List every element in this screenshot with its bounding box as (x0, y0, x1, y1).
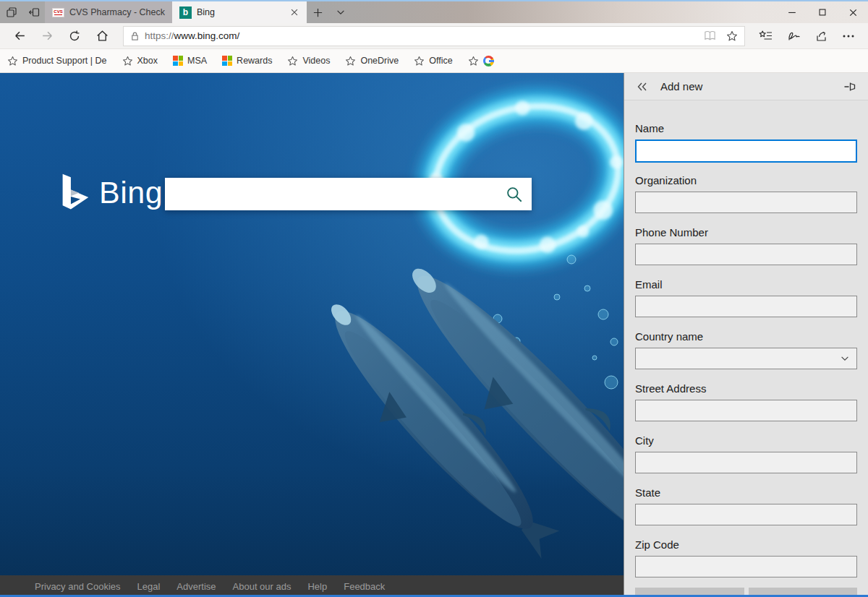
set-tabs-aside-icon (28, 7, 40, 18)
minimize-button[interactable] (777, 1, 807, 23)
footer-link-feedback[interactable]: Feedback (344, 581, 385, 592)
footer-link-legal[interactable]: Legal (137, 581, 161, 592)
tab-bar: CVS CVS Pharmacy - Checkout b Bing (0, 0, 868, 23)
star-icon (122, 56, 133, 66)
tab-title: Bing (197, 7, 284, 17)
street-address-input[interactable] (635, 400, 857, 421)
microsoft-logo-icon (222, 56, 232, 66)
bing-logo-text: Bing (99, 175, 163, 210)
hub-favorites-icon (759, 30, 773, 43)
url-host: www.bing.com/ (174, 30, 240, 41)
browser-window: CVS CVS Pharmacy - Checkout b Bing (0, 0, 868, 597)
favorite-msa[interactable]: MSA (173, 56, 207, 66)
refresh-icon (68, 30, 81, 43)
field-label: Organization (635, 174, 857, 186)
bing-footer: Privacy and Cookies Legal Advertise Abou… (0, 575, 624, 597)
bing-logo-icon (61, 172, 90, 212)
reading-view-icon (704, 30, 716, 41)
navigation-bar: https:// www.bing.com/ (0, 23, 868, 49)
tab-preview-icon (6, 7, 17, 18)
footer-link-about-ads[interactable]: About our ads (233, 581, 292, 592)
favorite-label: Office (429, 56, 452, 66)
star-icon (414, 56, 425, 66)
tab-close-button[interactable] (289, 7, 299, 17)
favorite-product-support[interactable]: Product Support | De (7, 56, 107, 66)
tab-bing[interactable]: b Bing (172, 1, 307, 23)
field-label: Street Address (635, 382, 857, 395)
double-chevron-left-icon (637, 82, 648, 92)
favorite-videos[interactable]: Videos (287, 56, 330, 66)
zip-code-input[interactable] (635, 556, 857, 577)
url-scheme: https:// (145, 30, 174, 41)
field-state: State (635, 486, 857, 525)
search-input[interactable] (165, 178, 497, 210)
favorite-label: Product Support | De (22, 56, 107, 66)
forward-button[interactable] (35, 25, 59, 47)
country-select[interactable] (635, 348, 857, 369)
address-bar[interactable]: https:// www.bing.com/ (123, 26, 745, 46)
ellipsis-icon (842, 34, 855, 38)
favorite-onedrive[interactable]: OneDrive (345, 56, 399, 66)
reading-view-button[interactable] (704, 30, 716, 41)
field-label: Email (635, 278, 857, 291)
favorite-label: MSA (187, 56, 207, 66)
set-tabs-aside-button[interactable] (22, 1, 45, 23)
pin-icon (843, 81, 856, 93)
add-new-panel: Add new Name Organization Phone Num (624, 73, 868, 597)
field-label: State (635, 486, 857, 499)
field-label: Name (635, 122, 857, 134)
close-icon (848, 7, 859, 18)
phone-number-input[interactable] (635, 244, 857, 265)
bing-favicon: b (179, 7, 192, 19)
share-icon (814, 30, 828, 43)
bing-search-box (165, 178, 532, 210)
cvs-favicon: CVS (52, 8, 64, 17)
name-input[interactable] (635, 139, 857, 163)
chevron-down-icon (336, 7, 346, 17)
search-icon (505, 185, 524, 204)
city-input[interactable] (635, 452, 857, 473)
pin-panel-button[interactable] (843, 81, 856, 93)
search-button[interactable] (497, 178, 532, 210)
state-input[interactable] (635, 504, 857, 525)
web-note-button[interactable] (781, 25, 806, 47)
favorite-rewards[interactable]: Rewards (222, 56, 272, 66)
favorite-office[interactable]: Office (414, 56, 452, 66)
star-icon (726, 30, 738, 42)
maximize-button[interactable] (807, 1, 838, 23)
field-country: Country name (635, 330, 857, 369)
add-favorite-button[interactable] (726, 30, 738, 42)
minimize-icon (787, 7, 797, 17)
favorite-xbox[interactable]: Xbox (122, 56, 158, 66)
window-top-border (0, 0, 868, 1)
tab-preview-toggle[interactable] (329, 1, 352, 23)
favorite-google[interactable] (468, 56, 494, 66)
home-button[interactable] (90, 25, 114, 47)
share-button[interactable] (809, 25, 833, 47)
favorite-label: Xbox (137, 56, 158, 66)
back-button[interactable] (7, 25, 32, 47)
back-button[interactable] (637, 82, 648, 92)
footer-link-advertise[interactable]: Advertise (176, 581, 216, 592)
tab-cvs-pharmacy[interactable]: CVS CVS Pharmacy - Checkout (45, 1, 172, 23)
refresh-button[interactable] (62, 25, 87, 47)
close-window-button[interactable] (838, 1, 868, 23)
back-icon (13, 29, 27, 43)
new-tab-button[interactable] (307, 1, 329, 23)
maximize-icon (817, 7, 827, 17)
star-icon (345, 56, 356, 66)
footer-link-help[interactable]: Help (307, 581, 327, 592)
pen-icon (787, 30, 801, 42)
settings-more-button[interactable] (836, 25, 861, 47)
tab-title: CVS Pharmacy - Checkout (69, 7, 165, 17)
tab-preview-button[interactable] (0, 1, 22, 23)
favorite-label: Rewards (237, 56, 272, 66)
hub-button[interactable] (754, 25, 778, 47)
content-area: Bing Privacy and Cookies Legal Advertise… (0, 73, 868, 597)
footer-link-privacy[interactable]: Privacy and Cookies (35, 581, 121, 592)
panel-header: Add new (624, 73, 868, 100)
bing-page: Bing Privacy and Cookies Legal Advertise… (0, 73, 624, 597)
email-input[interactable] (635, 296, 857, 317)
organization-input[interactable] (635, 192, 857, 213)
lock-icon (130, 31, 140, 41)
